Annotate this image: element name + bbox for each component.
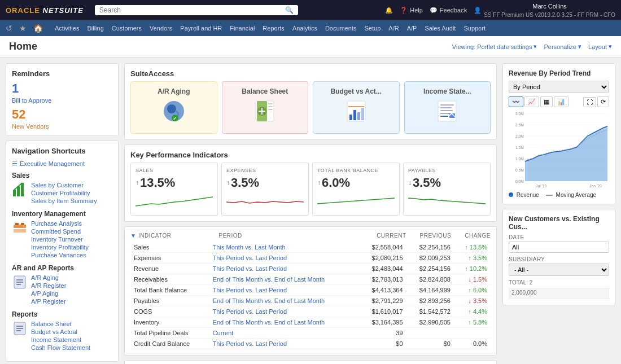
ap-register-link[interactable]: A/P Register <box>31 298 66 305</box>
logo: ORACLE NETSUITE <box>6 6 84 15</box>
balance-sheet-tile-icon <box>252 99 277 128</box>
suite-tile-budget[interactable]: Budget vs Act... <box>313 81 400 134</box>
purchase-analysis-link[interactable]: Purchase Analysis <box>31 220 89 227</box>
revenue-trend-card: Revenue By Period Trend By Period By Mon… <box>502 63 615 204</box>
nav-item-documents[interactable]: Documents <box>321 23 361 34</box>
revenue-period-select[interactable]: By Period By Month By Quarter <box>509 81 609 93</box>
nav-item-setup[interactable]: Setup <box>361 23 385 34</box>
exec-management-link[interactable]: ☰ Executive Management <box>12 160 112 167</box>
feedback-link[interactable]: 💬 Feedback <box>430 7 467 14</box>
inventory-icon <box>12 220 28 236</box>
subsidiary-select[interactable]: - All - <box>509 264 609 276</box>
suite-tile-label-budget: Budget vs Act... <box>331 87 382 95</box>
date-input[interactable] <box>509 242 609 253</box>
notifications-icon[interactable]: 🔔 <box>385 7 393 14</box>
period-cell[interactable]: End of This Month vs. End of Last Month <box>209 317 359 328</box>
change-cell: ↓ 3.5% <box>454 296 491 306</box>
suite-tile-label-ar: A/R Aging <box>158 87 190 95</box>
balance-sheet-link[interactable]: Balance Sheet <box>31 321 90 327</box>
previous-cell: $2,009,253 <box>406 253 454 264</box>
ar-aging-link[interactable]: A/R Aging <box>31 274 66 281</box>
reminder-item-2: 52 <box>12 108 112 121</box>
nav-item-financial[interactable]: Financial <box>226 23 259 34</box>
period-cell[interactable]: This Period vs. Last Period <box>209 306 359 317</box>
period-cell[interactable]: End of This Month vs. End of Last Month <box>209 296 359 306</box>
nav-item-ar[interactable]: A/R <box>384 23 403 34</box>
history-icon[interactable]: ↺ <box>3 23 15 34</box>
indicator-cell: Revenue <box>130 264 209 274</box>
home-icon[interactable]: 🏠 <box>31 23 45 34</box>
sales-links: Sales by Customer Customer Profitability… <box>31 182 97 205</box>
current-cell: $2,558,044 <box>358 242 406 253</box>
nav-item-customers[interactable]: Customers <box>108 23 146 34</box>
layout-button[interactable]: Layout ▾ <box>588 43 612 50</box>
period-cell[interactable]: Current <box>209 328 359 339</box>
svg-rect-31 <box>361 108 364 120</box>
logo-oracle: ORACLE <box>6 6 40 15</box>
personalize-button[interactable]: Personalize ▾ <box>544 43 581 50</box>
filter-icon[interactable]: ▼ <box>130 233 136 239</box>
user-menu[interactable]: 👤 Marc Collins SS FF Premium US v2019.2.… <box>474 3 615 18</box>
table-row: COGSThis Period vs. Last Period$1,610,01… <box>130 306 491 317</box>
income-statement-link[interactable]: Income Statement <box>31 336 90 343</box>
line-chart-btn[interactable]: 〰️ <box>509 97 523 107</box>
reminder-label-2[interactable]: New Vendors <box>12 123 112 130</box>
svg-text:2.0M: 2.0M <box>515 134 524 138</box>
suite-tile-ar-aging[interactable]: A/R Aging ✓ <box>130 81 217 134</box>
search-bar[interactable]: 🔍 <box>95 5 298 15</box>
period-cell[interactable]: This Period vs. Last Period <box>209 285 359 296</box>
period-cell[interactable]: End of This Month vs. End of Last Month <box>209 274 359 285</box>
combo-chart-btn[interactable]: 📊 <box>554 97 568 107</box>
change-cell <box>454 328 491 339</box>
sales-by-item-link[interactable]: Sales by Item Summary <box>31 198 97 204</box>
bar-chart-btn[interactable]: ▦ <box>540 97 553 107</box>
period-cell[interactable]: This Period vs. Last Period <box>209 264 359 274</box>
nav-item-ap[interactable]: A/P <box>403 23 421 34</box>
period-cell[interactable]: This Month vs. Last Month <box>209 242 359 253</box>
total-label: TOTAL: 2 <box>509 279 609 286</box>
current-col-header: CURRENT <box>377 233 406 239</box>
period-cell[interactable]: This Period vs. Last Period <box>209 253 359 264</box>
budget-vs-actual-link[interactable]: Budget vs Actual <box>31 328 90 335</box>
suite-tile-balance-sheet[interactable]: Balance Sheet <box>222 81 309 134</box>
help-link[interactable]: ❓ Help <box>400 7 423 14</box>
nav-item-activities[interactable]: Activities <box>51 23 83 34</box>
current-cell: $2,791,229 <box>358 296 406 306</box>
ap-aging-link[interactable]: A/P Aging <box>31 290 66 297</box>
inventory-profitability-link[interactable]: Inventory Profitability <box>31 244 89 251</box>
page-title: Home <box>9 41 37 52</box>
nav-item-billing[interactable]: Billing <box>83 23 107 34</box>
svg-rect-4 <box>14 229 26 233</box>
reports-group: Balance Sheet Budget vs Actual Income St… <box>12 321 112 352</box>
indicator-cell: Expenses <box>130 253 209 264</box>
committed-spend-link[interactable]: Committed Spend <box>31 228 89 235</box>
reminder-label-1[interactable]: Bill to Approve <box>12 97 112 104</box>
cash-flow-link[interactable]: Cash Flow Statement <box>31 344 90 351</box>
sales-by-customer-link[interactable]: Sales by Customer <box>31 182 97 188</box>
nav-item-payroll_and_hr[interactable]: Payroll and HR <box>176 23 226 34</box>
kpi-expenses-chart <box>226 194 304 210</box>
viewing-settings[interactable]: Viewing: Portlet date settings ▾ <box>452 43 537 50</box>
nav-item-sales_audit[interactable]: Sales Audit <box>421 23 460 34</box>
nav-item-analytics[interactable]: Analytics <box>288 23 321 34</box>
suite-tile-income[interactable]: Income State... <box>404 81 491 134</box>
nav-item-support[interactable]: Support <box>460 23 489 34</box>
nav-item-vendors[interactable]: Vendors <box>146 23 176 34</box>
search-input[interactable] <box>99 6 285 14</box>
kpi-payables: PAYABLES ↓ 3.5% <box>403 163 491 216</box>
period-cell[interactable]: This Period vs. Last Period <box>209 339 359 349</box>
kpi-payables-label: PAYABLES <box>408 168 486 173</box>
area-chart-btn[interactable]: 📈 <box>524 97 539 107</box>
current-cell: $0 <box>358 339 406 349</box>
new-customers-title: New Customers vs. Existing Cus... <box>509 215 609 231</box>
inventory-turnover-link[interactable]: Inventory Turnover <box>31 236 89 243</box>
current-cell: $1,610,017 <box>358 306 406 317</box>
refresh-chart-btn[interactable]: ⟳ <box>597 97 609 107</box>
ar-register-link[interactable]: A/R Register <box>31 282 66 289</box>
favorites-icon[interactable]: ★ <box>17 23 29 34</box>
change-cell: 0.0% <box>454 339 491 349</box>
nav-item-reports[interactable]: Reports <box>259 23 288 34</box>
customer-profitability-link[interactable]: Customer Profitability <box>31 190 97 196</box>
expand-chart-btn[interactable]: ⛶ <box>583 97 596 107</box>
purchase-variances-link[interactable]: Purchase Variances <box>31 252 89 258</box>
